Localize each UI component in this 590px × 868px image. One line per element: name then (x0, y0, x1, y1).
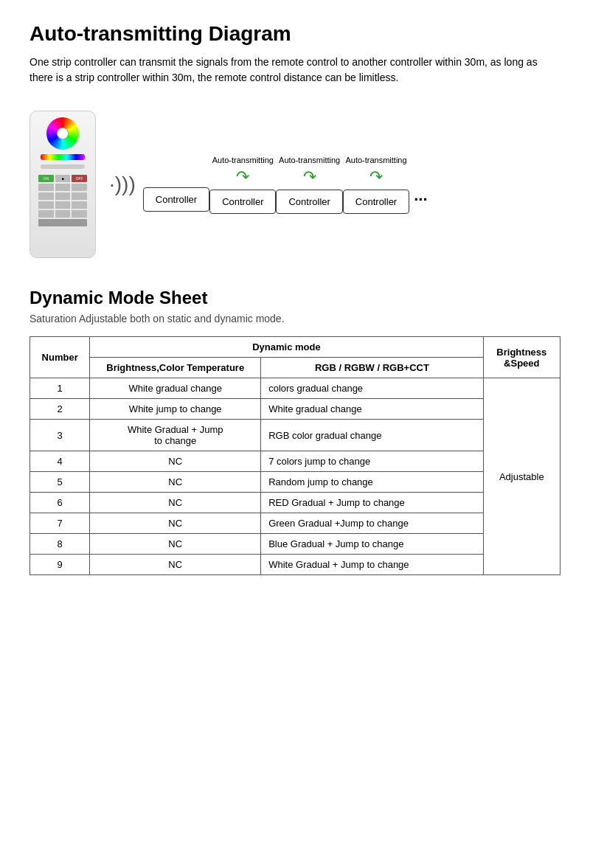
row-brightness-6: NC (90, 493, 261, 513)
row-brightness-8: NC (90, 534, 261, 555)
remote-slider (41, 164, 85, 169)
controller-label-1: Controller (156, 194, 197, 205)
remote-btn-13 (38, 210, 54, 218)
controller-group-2-wrapper: Auto-transmitting ↷ Controller (209, 156, 276, 214)
remote-btn-10 (38, 201, 54, 209)
row-rgb-7: Green Gradual +Jump to change (261, 513, 483, 534)
adjustable-cell: Adjustable (483, 378, 560, 575)
controller-label-2: Controller (222, 196, 263, 207)
remote-btn-14 (55, 210, 71, 218)
controller-box-1: Controller (143, 187, 209, 212)
intro-paragraph: One strip controller can transmit the si… (30, 55, 560, 86)
arrow-3: ↷ (369, 167, 383, 187)
controller-label-4: Controller (355, 196, 397, 207)
remote-btn-3: OFF (72, 175, 87, 182)
row-rgb-5: Random jump to change (261, 472, 483, 493)
controllers-row: Controller Auto-transmitting ↷ Controlle… (143, 156, 560, 214)
table-row: 8NCBlue Gradual + Jump to change (30, 534, 560, 555)
row-number-7: 7 (30, 513, 90, 534)
auto-transmitting-diagram: ON ■ OFF ·))) Controller (30, 103, 560, 265)
dynamic-mode-header: Dynamic mode (90, 337, 483, 358)
row-number-1: 1 (30, 378, 90, 399)
dynamic-mode-table: Number Dynamic mode Brightness &Speed Br… (30, 336, 560, 575)
controller-group-4-wrapper: Auto-transmitting ↷ Controller (343, 156, 409, 214)
table-row: 2White jump to changeWhite gradual chang… (30, 399, 560, 420)
remote-btn-8 (55, 192, 71, 200)
arrow-2: ↷ (303, 167, 316, 187)
controller-box-4: Controller (343, 190, 409, 214)
section2-subtitle: Saturation Adjustable both on static and… (30, 313, 560, 324)
controller-label-3: Controller (288, 196, 330, 207)
table-row: 1White gradual changecolors gradual chan… (30, 378, 560, 399)
brightness-subheader: Brightness,Color Temperature (90, 358, 261, 378)
row-number-2: 2 (30, 399, 90, 420)
remote-btn-5 (55, 184, 71, 191)
green-arrow-icon-1: ↷ (236, 167, 249, 187)
row-brightness-1: White gradual change (90, 378, 261, 399)
row-rgb-2: White gradual change (261, 399, 483, 420)
remote-control-image: ON ■ OFF (30, 111, 96, 258)
auto-label-2: Auto-transmitting (279, 156, 340, 164)
row-rgb-9: White Gradual + Jump to change (261, 555, 483, 575)
row-number-4: 4 (30, 451, 90, 472)
remote-btn-12 (72, 201, 87, 209)
controller-group-3-wrapper: Auto-transmitting ↷ Controller (276, 156, 342, 214)
number-header: Number (30, 337, 90, 378)
table-row: 9NCWhite Gradual + Jump to change (30, 555, 560, 575)
remote-wheel-center (57, 128, 69, 139)
green-arrow-icon-2: ↷ (303, 167, 316, 187)
signal-waves-icon: ·))) (109, 173, 136, 196)
section2-subtitle-text: Saturation Adjustable both on static and… (30, 313, 285, 324)
row-brightness-5: NC (90, 472, 261, 493)
remote-btn-7 (38, 192, 54, 200)
row-brightness-7: NC (90, 513, 261, 534)
auto-label-3: Auto-transmitting (345, 156, 406, 164)
table-row: 4NC7 colors jump to change (30, 451, 560, 472)
row-number-3: 3 (30, 420, 90, 451)
page-title: Auto-transmitting Diagram (30, 22, 560, 46)
controller-box-2: Controller (209, 190, 276, 214)
speed-header-text: Brightness &Speed (496, 347, 546, 369)
speed-header: Brightness &Speed (483, 337, 560, 378)
remote-color-bars (41, 154, 85, 160)
table-row: 6NCRED Gradual + Jump to change (30, 493, 560, 513)
remote-btn-6 (72, 184, 87, 191)
section2-title: Dynamic Mode Sheet (30, 288, 560, 308)
remote-btn-1: ON (38, 175, 54, 182)
table-row: 7NCGreen Gradual +Jump to change (30, 513, 560, 534)
auto-label-1: Auto-transmitting (212, 156, 274, 164)
row-brightness-3: White Gradual + Jump to change (90, 420, 261, 451)
row-number-9: 9 (30, 555, 90, 575)
remote-btn-15 (72, 210, 87, 218)
row-number-5: 5 (30, 472, 90, 493)
row-rgb-6: RED Gradual + Jump to change (261, 493, 483, 513)
rgb-subheader: RGB / RGBW / RGB+CCT (261, 358, 483, 378)
row-number-8: 8 (30, 534, 90, 555)
row-brightness-9: NC (90, 555, 261, 575)
remote-btn-11 (55, 201, 71, 209)
row-brightness-2: White jump to change (90, 399, 261, 420)
green-arrow-icon-3: ↷ (369, 167, 383, 187)
row-rgb-3: RGB color gradual change (261, 420, 483, 451)
remote-btn-9 (72, 192, 87, 200)
row-brightness-4: NC (90, 451, 261, 472)
remote-btn-wide (38, 219, 87, 226)
arrow-1: ↷ (236, 167, 249, 187)
row-rgb-8: Blue Gradual + Jump to change (261, 534, 483, 555)
table-row: 5NCRandom jump to change (30, 472, 560, 493)
remote-btn-4 (38, 184, 54, 191)
row-rgb-4: 7 colors jump to change (261, 451, 483, 472)
remote-color-wheel (46, 117, 79, 150)
controller-group-1: Controller (143, 158, 209, 212)
row-number-6: 6 (30, 493, 90, 513)
table-row: 3White Gradual + Jump to changeRGB color… (30, 420, 560, 451)
remote-btn-2: ■ (55, 175, 71, 182)
more-dots: ··· (414, 190, 427, 214)
remote-buttons-grid: ON ■ OFF (38, 175, 87, 226)
controller-box-3: Controller (276, 190, 342, 214)
row-rgb-1: colors gradual change (261, 378, 483, 399)
